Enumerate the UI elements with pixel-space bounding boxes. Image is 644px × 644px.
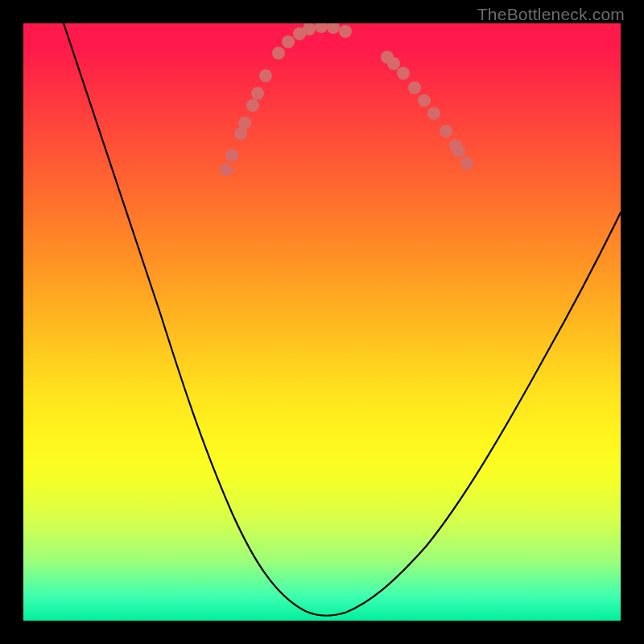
curve-marker — [339, 25, 352, 38]
curve-marker — [234, 127, 247, 140]
curve-marker — [427, 107, 440, 120]
curve-marker — [315, 23, 328, 33]
curve-marker — [293, 27, 306, 40]
bottleneck-curve — [23, 23, 621, 621]
curve-marker — [246, 99, 259, 112]
curve-markers — [220, 23, 473, 176]
curve-marker — [220, 163, 233, 176]
curve-marker — [272, 47, 285, 60]
curve-marker — [282, 35, 295, 48]
watermark-text: TheBottleneck.com — [477, 5, 625, 24]
curve-marker — [440, 125, 452, 138]
curve-marker — [452, 145, 465, 158]
curve-marker — [387, 57, 400, 70]
curve-path — [64, 23, 621, 616]
curve-marker — [397, 67, 410, 80]
chart-stage: TheBottleneck.com — [0, 0, 644, 644]
curve-marker — [449, 139, 462, 152]
curve-marker — [259, 69, 272, 82]
curve-marker — [418, 94, 431, 107]
curve-marker — [408, 81, 421, 94]
curve-marker — [251, 87, 264, 100]
plot-area — [23, 23, 621, 621]
curve-marker — [238, 117, 251, 130]
curve-marker — [381, 51, 394, 64]
curve-marker — [327, 23, 340, 34]
curve-marker — [225, 149, 238, 162]
curve-marker — [303, 23, 316, 35]
curve-marker — [460, 157, 473, 170]
